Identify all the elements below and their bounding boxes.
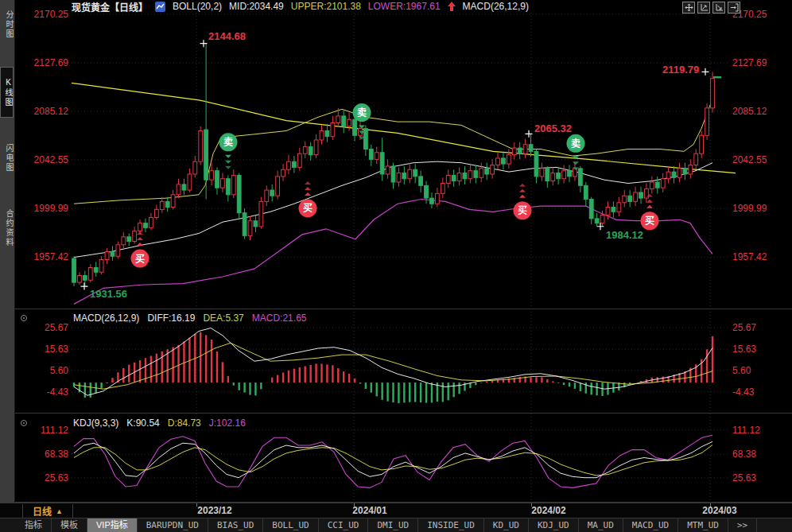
axis-label: 5.60: [50, 365, 69, 376]
indicator-tab-13[interactable]: MTM_UD: [678, 518, 728, 532]
move-tool-icon[interactable]: [682, 2, 695, 14]
macd-panel-header: MACD(26,12,9) DIFF:16.19 DEA:5.37 MACD:2…: [73, 312, 306, 324]
macd-dea-value: DEA:5.37: [203, 313, 243, 324]
axis-label: 25.63: [732, 472, 756, 483]
macd-name: MACD(26,12,9): [73, 313, 139, 324]
svg-text:买: 买: [135, 254, 145, 265]
indicator-tab-8[interactable]: INSIDE_UD: [418, 518, 484, 532]
indicator-tab-9[interactable]: KD_UD: [484, 518, 529, 532]
axis-label: 1957.42: [732, 251, 767, 262]
axis-label: 2085.12: [732, 106, 767, 117]
indicator-tab-5[interactable]: BOLL_UD: [263, 518, 318, 532]
up-arrow-icon: [448, 2, 456, 11]
period-selector[interactable]: 日线 ▲: [22, 504, 73, 518]
last-price: [713, 76, 721, 78]
macd-diff-value: DIFF:16.19: [147, 313, 195, 324]
sidebar-item-3[interactable]: 合约资料: [0, 192, 14, 264]
sidebar-item-1[interactable]: K线图: [0, 67, 14, 118]
tabbar-more-arrow[interactable]: >>: [728, 518, 757, 532]
macd-macd-value: MACD:21.65: [252, 313, 307, 324]
axis-scale-right-icon[interactable]: [712, 2, 725, 14]
axis-label: 2042.55: [34, 154, 69, 165]
line-chart-icon[interactable]: [155, 2, 165, 12]
svg-text:卖: 卖: [571, 138, 580, 150]
instrument-title: 现货黄金【日线】: [72, 0, 148, 14]
indicator-tab-3[interactable]: BARUPDN_UD: [138, 518, 208, 532]
axis-label: 111.12: [41, 425, 68, 436]
boll-lower-value: LOWER:1967.61: [368, 1, 441, 12]
kdj-panel-header: KDJ(9,3,3) K:90.54 D:84.73 J:102.16: [73, 417, 246, 429]
extreme-cross-marker: [597, 223, 604, 230]
collapse-kdj-panel-icon[interactable]: [19, 417, 29, 426]
axis-label: 15.63: [45, 344, 68, 355]
axis-label: 2170.25: [34, 9, 69, 20]
indicator-tab-11[interactable]: MA_UD: [579, 518, 623, 532]
axis-label: 1999.99: [732, 203, 767, 214]
kdj-name: KDJ(9,3,3): [73, 417, 118, 429]
indicator-tab-1[interactable]: 模板: [52, 518, 87, 532]
svg-text:买: 买: [645, 216, 654, 227]
boll-label: BOLL(20,2): [173, 1, 222, 12]
axis-label: 111.12: [732, 425, 760, 436]
date-label: 2024/02: [531, 505, 565, 516]
macd-histogram: [73, 332, 713, 403]
indicator-tab-0[interactable]: 指标: [16, 518, 52, 532]
exit-chart-icon[interactable]: [728, 2, 740, 14]
sidebar-item-0[interactable]: 分时图: [0, 3, 14, 46]
indicator-tab-10[interactable]: KDJ_UD: [529, 518, 579, 532]
axis-scale-left-icon[interactable]: [697, 2, 710, 14]
sidebar: 分时图K线图闪电图合约资料: [0, 0, 15, 503]
kdj-d-value: D:84.73: [168, 417, 201, 429]
axis-label: 25.67: [732, 322, 756, 333]
price-annotation: 1984.12: [606, 229, 643, 241]
boll-mid-value: MID:2034.49: [229, 1, 284, 12]
boll-lower-line: [74, 200, 712, 305]
period-dropdown-arrow-icon: ▲: [56, 507, 63, 515]
price-annotation: 1931.56: [90, 288, 127, 300]
period-label: 日线: [33, 504, 52, 518]
axis-label: 25.63: [45, 472, 68, 483]
trading-app: 2170.252170.252127.692127.692085.122085.…: [0, 0, 792, 532]
svg-text:买: 买: [518, 205, 527, 216]
kdj-j-line: [74, 435, 712, 487]
date-label: 2024/01: [352, 505, 386, 516]
axis-label: -4.43: [47, 386, 69, 398]
indicator-tab-2[interactable]: VIP指标: [87, 518, 138, 532]
trend-ma-line: [72, 83, 736, 173]
kdj-k-value: K:90.54: [126, 417, 159, 429]
date-label: 2023/12: [197, 505, 231, 516]
chart-header: 现货黄金【日线】 BOLL(20,2) MID:2034.49 UPPER:21…: [72, 0, 529, 13]
axis-label: 2085.12: [34, 106, 69, 117]
chart-toolbar: [682, 2, 740, 14]
kdj-j-value: J:102.16: [209, 417, 246, 429]
last-price-tick: [713, 76, 721, 78]
price-annotation: 2065.32: [534, 122, 572, 134]
axis-label: 68.38: [732, 449, 756, 460]
indicator-tab-12[interactable]: MACD_UD: [623, 518, 678, 532]
extreme-cross-marker: [702, 68, 709, 76]
axis-label: 25.67: [45, 322, 68, 333]
svg-text:卖: 卖: [223, 136, 233, 148]
indicator-tab-4[interactable]: BIAS_UD: [208, 518, 263, 532]
price-annotations: 2144.681931.562065.321984.122119.79: [81, 30, 709, 300]
extreme-cross-marker: [526, 130, 533, 138]
extreme-cross-marker: [81, 283, 88, 290]
axis-label: 5.60: [732, 365, 751, 376]
date-axis-row: 日线 ▲ 2023/122024/012024/022024/03: [0, 503, 792, 518]
axis-label: -4.43: [732, 386, 755, 398]
price-annotation: 2119.79: [662, 64, 699, 76]
chart-plot-svg[interactable]: 2170.252170.252127.692127.692085.122085.…: [0, 0, 792, 532]
date-label: 2024/03: [702, 505, 736, 516]
panel-separators: [14, 309, 792, 503]
sidebar-item-2[interactable]: 闪电图: [0, 134, 14, 183]
indicator-tabbar: 指标模板VIP指标BARUPDN_UDBIAS_UDBOLL_UDCCI_UDD…: [0, 518, 792, 532]
axis-label: 2127.69: [732, 57, 767, 68]
indicator-tab-7[interactable]: DMI_UD: [368, 518, 418, 532]
collapse-macd-panel-icon[interactable]: [19, 312, 29, 321]
svg-text:买: 买: [303, 203, 313, 214]
svg-text:卖: 卖: [357, 107, 367, 118]
indicator-tab-6[interactable]: CCI_UD: [319, 518, 369, 532]
axis-label: 1957.42: [34, 251, 69, 262]
macd-params-label: MACD(26,12,9): [463, 1, 529, 12]
axis-label: 2127.69: [34, 57, 69, 68]
